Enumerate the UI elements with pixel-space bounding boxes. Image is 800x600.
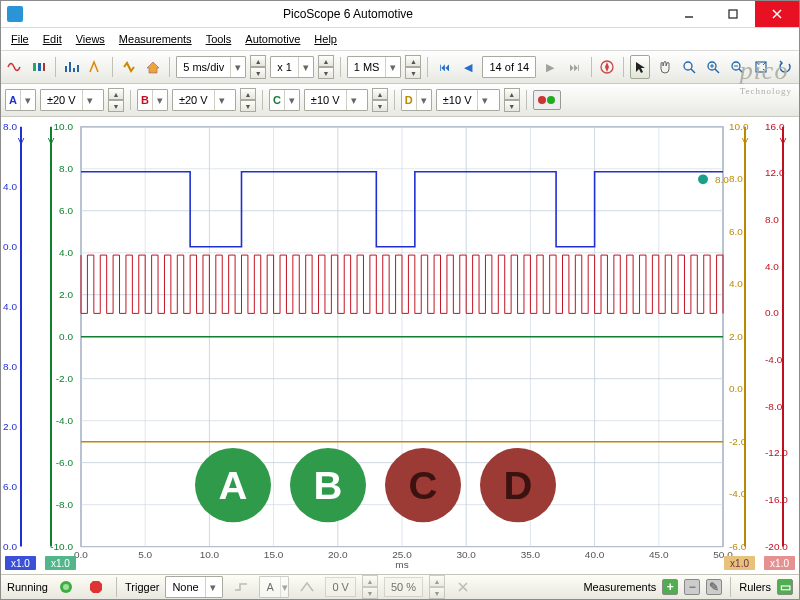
svg-text:15.0: 15.0 <box>264 549 284 560</box>
channel-d-button[interactable]: D▾ <box>401 89 432 111</box>
scope-plot[interactable]: 0.05.010.015.020.025.030.035.040.045.050… <box>3 119 797 572</box>
channel-a-stepper[interactable]: ▲▼ <box>108 88 124 112</box>
channel-c-range[interactable]: ±10 V▾ <box>304 89 368 111</box>
channel-b-stepper[interactable]: ▲▼ <box>240 88 256 112</box>
channel-d-stepper[interactable]: ▲▼ <box>504 88 520 112</box>
svg-text:4.0: 4.0 <box>59 247 73 258</box>
timebase-select[interactable]: 5 ms/div▾ <box>176 56 246 78</box>
menu-views[interactable]: Views <box>76 33 105 45</box>
channel-b-button[interactable]: B▾ <box>137 89 168 111</box>
signal-gen-icon[interactable] <box>86 55 106 79</box>
trigger-level-input[interactable]: 0 V <box>325 577 356 597</box>
nav-last-icon[interactable]: ⏭ <box>564 55 584 79</box>
svg-text:-16.0: -16.0 <box>3 481 18 492</box>
menu-measurements[interactable]: Measurements <box>119 33 192 45</box>
zoom-select-icon[interactable] <box>679 55 699 79</box>
nav-first-icon[interactable]: ⏮ <box>434 55 454 79</box>
svg-text:ms: ms <box>395 559 408 570</box>
probe-indicator[interactable] <box>533 90 561 110</box>
svg-text:-12.0: -12.0 <box>3 421 18 432</box>
maximize-button[interactable] <box>711 1 755 27</box>
autosetup-icon[interactable] <box>119 55 139 79</box>
scope-mode-icon[interactable] <box>5 55 25 79</box>
rulers-label: Rulers <box>739 581 771 593</box>
svg-point-12 <box>684 62 692 70</box>
channel-d-range[interactable]: ±10 V▾ <box>436 89 500 111</box>
svg-text:-6.0: -6.0 <box>56 457 74 468</box>
svg-text:16.0: 16.0 <box>765 121 785 132</box>
trigger-edge-icon[interactable] <box>229 575 253 599</box>
svg-text:D: D <box>504 463 533 506</box>
chevron-down-icon: ▾ <box>477 90 492 110</box>
toolbar-main: 5 ms/div▾ ▲▼ x 1▾ ▲▼ 1 MS▾ ▲▼ ⏮ ◀ 14 of … <box>1 51 799 84</box>
persistence-mode-icon[interactable] <box>29 55 49 79</box>
svg-text:-4.0: -4.0 <box>729 488 747 499</box>
menu-file[interactable]: File <box>11 33 29 45</box>
close-button[interactable] <box>755 1 799 27</box>
svg-text:V: V <box>742 135 749 146</box>
channel-a-button[interactable]: A▾ <box>5 89 36 111</box>
rulers-button[interactable]: ▭ <box>777 579 793 595</box>
channel-a-range[interactable]: ±20 V▾ <box>40 89 104 111</box>
svg-text:V: V <box>48 135 55 146</box>
samples-select[interactable]: 1 MS▾ <box>347 56 402 78</box>
minimize-button[interactable] <box>667 1 711 27</box>
svg-text:2.0: 2.0 <box>59 289 73 300</box>
titlebar: PicoScope 6 Automotive <box>1 1 799 28</box>
buffer-counter[interactable]: 14 of 14 <box>482 56 536 78</box>
zoom-badge-a[interactable]: x1.0 <box>5 556 36 570</box>
zoom-badge-c[interactable]: x1.0 <box>45 556 76 570</box>
svg-text:-8.0: -8.0 <box>56 499 74 510</box>
app-icon <box>7 6 23 22</box>
menubar: File Edit Views Measurements Tools Autom… <box>1 28 799 51</box>
trigger-pct-stepper[interactable]: ▲▼ <box>429 575 445 599</box>
trigger-pct-input[interactable]: 50 % <box>384 577 423 597</box>
trigger-level-stepper[interactable]: ▲▼ <box>362 575 378 599</box>
svg-rect-6 <box>43 63 45 71</box>
menu-automotive[interactable]: Automotive <box>245 33 300 45</box>
chevron-down-icon: ▾ <box>284 90 299 110</box>
channel-b-range[interactable]: ±20 V▾ <box>172 89 236 111</box>
svg-line-17 <box>715 69 719 73</box>
xmult-stepper[interactable]: ▲▼ <box>318 55 334 79</box>
trigger-label: Trigger <box>125 581 159 593</box>
nav-next-icon[interactable]: ▶ <box>540 55 560 79</box>
svg-text:V: V <box>780 135 787 146</box>
zoom-badge-b[interactable]: x1.0 <box>764 556 795 570</box>
svg-text:B: B <box>314 463 343 506</box>
menu-edit[interactable]: Edit <box>43 33 62 45</box>
channel-c-button[interactable]: C▾ <box>269 89 300 111</box>
timebase-stepper[interactable]: ▲▼ <box>250 55 266 79</box>
trigger-advanced-icon[interactable] <box>451 575 475 599</box>
zoom-badge-d[interactable]: x1.0 <box>724 556 755 570</box>
xmult-select[interactable]: x 1▾ <box>270 56 314 78</box>
menu-help[interactable]: Help <box>314 33 337 45</box>
measurement-remove-button[interactable]: − <box>684 579 700 595</box>
samples-stepper[interactable]: ▲▼ <box>405 55 421 79</box>
svg-text:12.0: 12.0 <box>765 167 785 178</box>
compass-icon[interactable] <box>597 55 617 79</box>
nav-prev-icon[interactable]: ◀ <box>458 55 478 79</box>
zoom-in-icon[interactable] <box>703 55 723 79</box>
svg-text:-4.0: -4.0 <box>3 301 17 312</box>
trigger-slope-icon[interactable] <box>295 575 319 599</box>
spectrum-icon[interactable] <box>62 55 82 79</box>
chevron-down-icon: ▾ <box>298 57 313 77</box>
measurement-edit-button[interactable]: ✎ <box>706 579 722 595</box>
menu-tools[interactable]: Tools <box>206 33 232 45</box>
hand-tool-icon[interactable] <box>654 55 674 79</box>
stop-button[interactable] <box>84 575 108 599</box>
svg-text:10.0: 10.0 <box>729 121 749 132</box>
svg-text:A: A <box>219 463 248 506</box>
run-button[interactable] <box>54 575 78 599</box>
measurement-add-button[interactable]: + <box>662 579 678 595</box>
pointer-tool-icon[interactable] <box>630 55 650 79</box>
svg-text:-6.0: -6.0 <box>729 541 747 552</box>
svg-text:-10.0: -10.0 <box>50 541 73 552</box>
trigger-source-select[interactable]: A▾ <box>259 576 289 598</box>
trigger-mode-select[interactable]: None▾ <box>165 576 223 598</box>
home-icon[interactable] <box>143 55 163 79</box>
svg-text:-8.0: -8.0 <box>765 401 783 412</box>
channel-c-stepper[interactable]: ▲▼ <box>372 88 388 112</box>
svg-text:20.0: 20.0 <box>328 549 348 560</box>
